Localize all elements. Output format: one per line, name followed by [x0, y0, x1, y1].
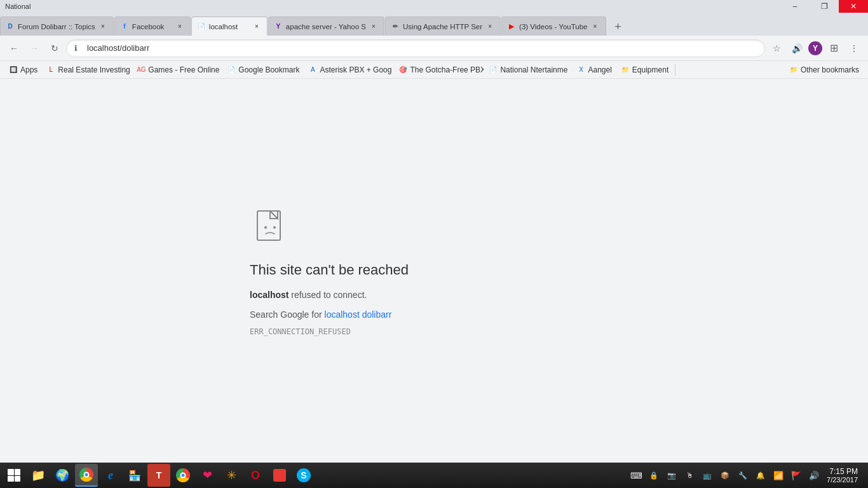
- menu-icon[interactable]: ⋮: [845, 39, 863, 57]
- secure-icon: ℹ: [74, 44, 83, 53]
- address-bar: ← → ↻ ℹ localhost/dolibarr ☆ 🔊 Y ⊞ ⋮: [0, 36, 868, 61]
- extension-icon[interactable]: 🔊: [788, 39, 806, 57]
- taskbar-skype[interactable]: S: [292, 464, 315, 487]
- tab-tab4[interactable]: Yapache server - Yahoo S×: [268, 17, 384, 36]
- start-button[interactable]: [3, 464, 25, 487]
- bookmark-bm6[interactable]: 🎯The Gotcha-Free PBX: [395, 64, 484, 76]
- error-search-prefix: Search Google for: [250, 309, 325, 320]
- tray-wifi[interactable]: 📶: [771, 468, 786, 483]
- bookmark-bm5[interactable]: AAsterisk PBX + Goog: [304, 64, 393, 76]
- taskbar-file-explorer[interactable]: 📁: [27, 464, 50, 487]
- bookmark-favicon-bm2: L: [46, 65, 55, 74]
- main-content: This site can't be reached localhost ref…: [0, 79, 868, 463]
- tab-tab2[interactable]: fFacebook×: [114, 17, 191, 36]
- start-icon: [8, 469, 20, 482]
- tab-title-tab5: Using Apache HTTP Ser: [403, 23, 482, 30]
- close-button[interactable]: ✕: [839, 0, 868, 13]
- maximize-button[interactable]: ❐: [810, 0, 839, 13]
- bookmark-bm7[interactable]: 📄National Ntertainme: [485, 64, 571, 76]
- tray-icon-5[interactable]: 📦: [717, 468, 733, 483]
- taskbar-red-square[interactable]: [268, 464, 291, 487]
- system-tray: ⌨ 🔒 📷 🖱 📺 📦 🔧 🔔 📶 🚩 🔊 7:15 PM 7/23/2017: [628, 467, 865, 484]
- bookmark-bm3[interactable]: AGGames - Free Online: [133, 64, 222, 76]
- error-search-link[interactable]: localhost dolibarr: [325, 309, 392, 320]
- tab-tab6[interactable]: ▶(3) Videos - YouTube×: [501, 17, 606, 36]
- tray-icon-1[interactable]: 🔒: [646, 468, 661, 483]
- bookmark-favicon-bm1: 🔲: [9, 65, 18, 74]
- bookmark-bm8[interactable]: XAangel: [573, 64, 615, 76]
- tab-tab1[interactable]: DForum Dolibarr :: Topics×: [0, 17, 114, 36]
- taskbar-heart[interactable]: ❤: [196, 464, 219, 487]
- bookmark-bm2[interactable]: LReal Estate Investing: [43, 64, 132, 76]
- taskbar-pinwheel[interactable]: ✳: [220, 464, 243, 487]
- window-controls: – ❐ ✕: [780, 0, 868, 13]
- tray-icon-7[interactable]: 🔔: [753, 468, 768, 483]
- tab-favicon-tab1: D: [6, 22, 15, 31]
- taskbar-word[interactable]: T: [147, 464, 170, 487]
- tab-favicon-tab6: ▶: [507, 22, 516, 31]
- bookmark-label-bm10: Other bookmarks: [801, 65, 859, 74]
- tray-icon-6[interactable]: 🔧: [735, 468, 750, 483]
- tab-favicon-tab5: ✏: [391, 22, 400, 31]
- error-container: This site can't be reached localhost ref…: [212, 206, 656, 336]
- error-host: localhost: [250, 290, 288, 300]
- tab-favicon-tab4: Y: [274, 22, 283, 31]
- bookmark-label-bm7: National Ntertainme: [500, 65, 567, 74]
- url-text: localhost/dolibarr: [87, 43, 149, 53]
- bookmark-label-bm8: Aangel: [588, 65, 611, 74]
- url-bar[interactable]: ℹ localhost/dolibarr: [66, 39, 765, 57]
- tab-close-tab6[interactable]: ×: [590, 22, 600, 32]
- tab-favicon-tab2: f: [120, 22, 129, 31]
- tab-title-tab4: apache server - Yahoo S: [286, 23, 366, 30]
- tray-icon-2[interactable]: 📷: [664, 468, 679, 483]
- taskbar-google-maps[interactable]: 🌍: [51, 464, 74, 487]
- new-tab-button[interactable]: +: [609, 18, 627, 36]
- window-topbar-label: National: [5, 3, 31, 10]
- tab-tab3[interactable]: 📄localhost×: [191, 17, 268, 36]
- tab-close-tab3[interactable]: ×: [252, 22, 262, 32]
- system-clock[interactable]: 7:15 PM 7/23/2017: [824, 467, 860, 484]
- taskbar-store[interactable]: 🏪: [123, 464, 146, 487]
- taskbar-opera[interactable]: O: [244, 464, 267, 487]
- tab-tab5[interactable]: ✏Using Apache HTTP Ser×: [385, 17, 501, 36]
- bookmarks-bar: 🔲AppsLReal Estate InvestingAGGames - Fre…: [0, 61, 868, 79]
- bookmark-favicon-bm8: X: [576, 65, 585, 74]
- bookmark-favicon-bm4: 📄: [227, 65, 236, 74]
- minimize-button[interactable]: –: [780, 0, 810, 13]
- bookmark-label-bm6: The Gotcha-Free PBX: [410, 65, 484, 74]
- svg-rect-0: [257, 211, 280, 240]
- forward-button[interactable]: →: [25, 39, 43, 57]
- bookmark-bm9[interactable]: 📁Equipment: [617, 64, 672, 76]
- tray-icon-4[interactable]: 📺: [700, 468, 715, 483]
- extensions-icon[interactable]: ⊞: [825, 39, 843, 57]
- tray-flag[interactable]: 🚩: [789, 468, 804, 483]
- tab-close-tab4[interactable]: ×: [369, 22, 379, 32]
- taskbar-chrome[interactable]: [75, 464, 98, 487]
- bookmark-bm10[interactable]: 📁Other bookmarks: [785, 64, 863, 76]
- star-icon[interactable]: ☆: [768, 39, 785, 57]
- svg-point-1: [264, 226, 267, 229]
- error-search: Search Google for localhost dolibarr: [250, 309, 391, 320]
- reload-button[interactable]: ↻: [46, 39, 64, 57]
- bookmark-bm4[interactable]: 📄Google Bookmark: [223, 64, 303, 76]
- bookmark-label-bm1: Apps: [20, 65, 37, 74]
- error-icon: [250, 206, 290, 247]
- tray-volume[interactable]: 🔊: [806, 468, 822, 483]
- error-desc: localhost refused to connect.: [250, 288, 367, 302]
- tab-title-tab1: Forum Dolibarr :: Topics: [18, 23, 95, 30]
- tab-close-tab1[interactable]: ×: [98, 22, 108, 32]
- bookmark-favicon-bm3: AG: [137, 65, 146, 74]
- taskbar: 📁 🌍 e 🏪 T ❤ ✳ O S ⌨ 🔒 📷 🖱: [0, 463, 868, 488]
- taskbar-chrome2[interactable]: [172, 464, 194, 487]
- bookmark-bm1[interactable]: 🔲Apps: [5, 64, 41, 76]
- taskbar-ie[interactable]: e: [99, 464, 122, 487]
- tab-close-tab5[interactable]: ×: [485, 22, 495, 32]
- toolbar-right: ☆ 🔊 Y ⊞ ⋮: [768, 39, 863, 57]
- bookmark-favicon-bm9: 📁: [621, 65, 630, 74]
- tray-icon-3[interactable]: 🖱: [682, 468, 697, 483]
- profile-icon[interactable]: Y: [808, 41, 822, 55]
- keyboard-icon[interactable]: ⌨: [628, 468, 644, 483]
- error-host-suffix: refused to connect.: [288, 290, 367, 300]
- back-button[interactable]: ←: [5, 39, 23, 57]
- tab-close-tab2[interactable]: ×: [175, 22, 185, 32]
